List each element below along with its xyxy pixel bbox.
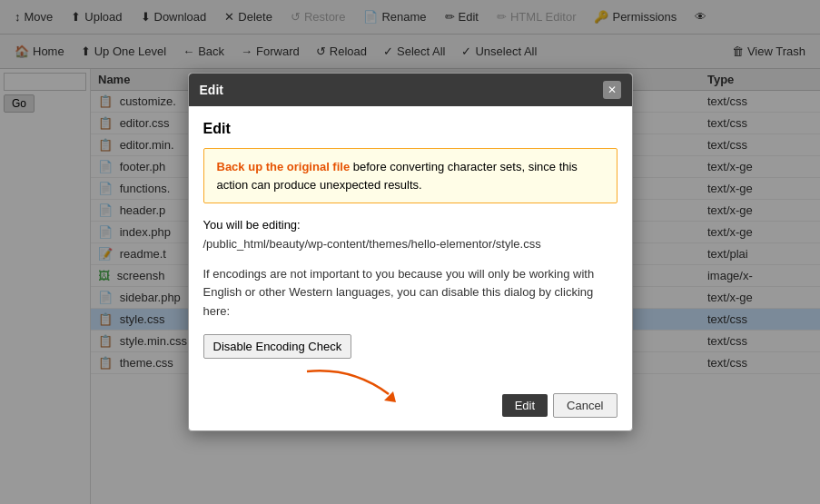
modal-overlay: Edit ✕ Edit Back up the original file be…	[0, 0, 820, 504]
modal-cancel-button[interactable]: Cancel	[553, 393, 617, 418]
arrow-container	[298, 362, 416, 410]
modal-edit-button[interactable]: Edit	[502, 394, 548, 417]
disable-encoding-button[interactable]: Disable Encoding Check	[203, 334, 352, 359]
warning-box: Back up the original file before convert…	[203, 148, 617, 203]
editing-label: You will be editing:	[203, 218, 301, 232]
file-path: /public_html/beauty/wp-content/themes/he…	[203, 237, 541, 251]
modal-header: Edit ✕	[189, 74, 632, 106]
warning-bold: Back up the original file	[217, 160, 351, 173]
modal-heading: Edit	[203, 121, 617, 137]
edit-modal: Edit ✕ Edit Back up the original file be…	[188, 73, 633, 431]
editing-info: You will be editing: /public_html/beauty…	[203, 216, 617, 254]
modal-footer: Edit Cancel	[189, 386, 632, 430]
modal-body: Edit Back up the original file before co…	[189, 106, 632, 386]
encoding-text: If encodings are not important to you be…	[203, 267, 595, 319]
encoding-info: If encodings are not important to you be…	[203, 265, 617, 321]
modal-title: Edit	[200, 83, 223, 97]
modal-close-button[interactable]: ✕	[603, 81, 621, 99]
